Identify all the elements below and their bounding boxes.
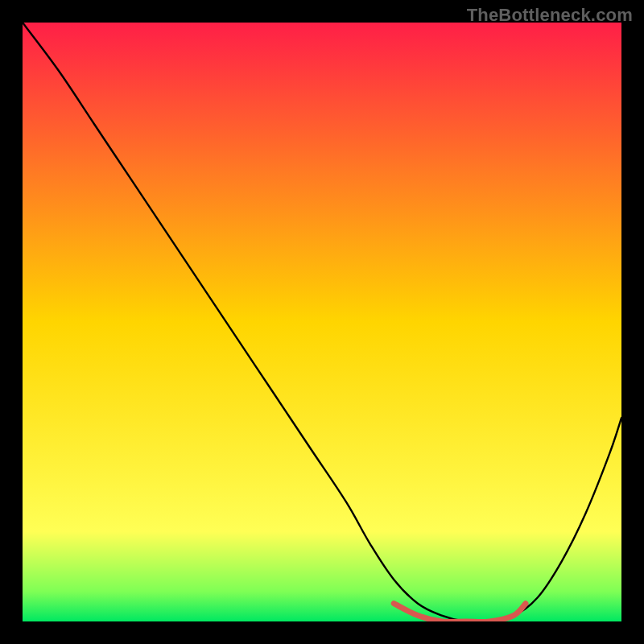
- watermark-label: TheBottleneck.com: [467, 5, 633, 26]
- chart-background: [23, 23, 621, 621]
- chart-plot-area: [23, 23, 621, 621]
- chart-frame: TheBottleneck.com: [0, 0, 644, 644]
- chart-svg: [23, 23, 621, 621]
